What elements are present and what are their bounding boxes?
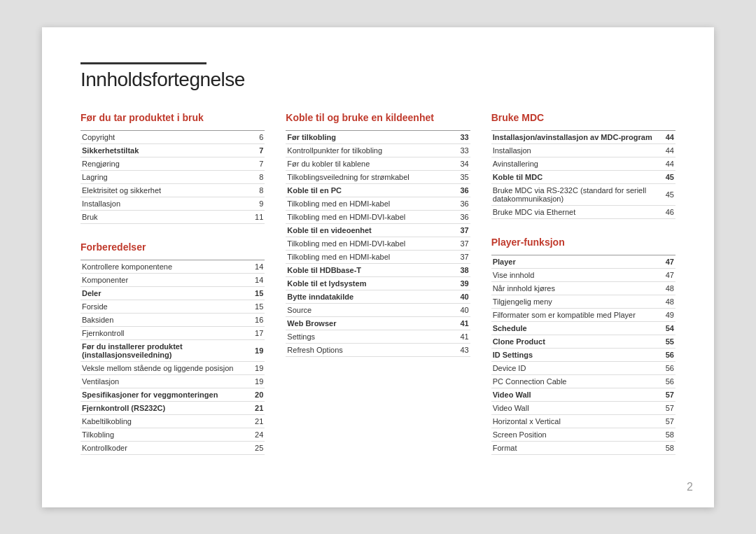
row-page: 40	[455, 303, 470, 316]
row-page: 37	[455, 250, 470, 263]
toc-columns: Før du tar produktet i brukCopyright6Sik…	[80, 112, 676, 472]
row-page: 58	[662, 428, 676, 441]
row-page: 56	[662, 374, 676, 388]
row-label: Settings	[286, 330, 454, 343]
table-row: Lagring8	[80, 170, 265, 183]
row-page: 57	[662, 401, 676, 414]
row-page: 19	[253, 361, 265, 374]
table-row: Kontrollpunkter for tilkobling33	[286, 143, 470, 157]
row-page: 35	[455, 170, 470, 183]
row-label: Installasjon	[80, 197, 242, 210]
row-page: 37	[455, 223, 470, 237]
row-page: 56	[662, 348, 676, 361]
row-label: Screen Position	[491, 428, 662, 441]
row-label: Installasjon	[491, 143, 664, 157]
table-row: ID Settings56	[491, 348, 676, 361]
table-row: Schedule54	[491, 321, 676, 335]
table-row: Installasjon/avinstallasjon av MDC-progr…	[491, 130, 676, 143]
row-label: Forside	[80, 300, 253, 313]
row-page: 47	[662, 255, 676, 268]
row-page: 49	[662, 308, 676, 321]
row-label: Tilkobling med en HDMI-DVI-kabel	[286, 237, 454, 250]
row-page: 8	[242, 170, 265, 183]
table-row: Player47	[491, 255, 676, 268]
table-row: Komponenter14	[80, 273, 265, 286]
table-row: Installasjon44	[491, 143, 676, 157]
row-page: 36	[455, 183, 470, 197]
row-page: 21	[253, 414, 265, 428]
row-page: 40	[455, 290, 470, 303]
row-label: Bytte inndatakilde	[286, 290, 454, 303]
row-page: 44	[664, 130, 676, 143]
row-label: Før tilkobling	[286, 130, 454, 143]
row-page: 19	[253, 374, 265, 388]
row-label: Fjernkontroll (RS232C)	[80, 401, 253, 414]
row-label: Sikkerhetstiltak	[80, 143, 242, 157]
row-label: Format	[491, 441, 662, 454]
row-page: 39	[455, 276, 470, 290]
row-page: 44	[664, 143, 676, 157]
table-row: Copyright6	[80, 130, 265, 143]
table-row: Før tilkobling33	[286, 130, 470, 143]
row-label: Tilgjengelig meny	[491, 295, 662, 308]
row-label: Player	[491, 255, 662, 268]
table-row: Installasjon9	[80, 197, 265, 210]
table-row: Tilkobling med en HDMI-kabel37	[286, 250, 470, 263]
row-page: 36	[455, 210, 470, 223]
table-row: Baksiden16	[80, 313, 265, 326]
page: Innholdsfortegnelse Før du tar produktet…	[42, 27, 714, 507]
row-label: Når innhold kjøres	[491, 281, 662, 295]
row-label: Tilkobling med en HDMI-kabel	[286, 250, 454, 263]
table-row: Kontrollkoder25	[80, 441, 265, 454]
row-label: Koble til MDC	[491, 170, 664, 183]
row-page: 34	[455, 157, 470, 170]
title-bar	[80, 62, 206, 64]
row-page: 20	[253, 388, 265, 401]
section-title: Koble til og bruke en kildeenhet	[286, 112, 470, 123]
column-1: Før du tar produktet i brukCopyright6Sik…	[80, 112, 265, 472]
row-label: Kontrollkoder	[80, 441, 253, 454]
row-page: 14	[253, 260, 265, 273]
row-page: 15	[253, 286, 265, 300]
table-row: Koble til en PC36	[286, 183, 470, 197]
row-page: 48	[662, 295, 676, 308]
row-label: Før du installerer produktet (installasj…	[80, 339, 253, 361]
row-page: 15	[253, 300, 265, 313]
table-row: Elektrisitet og sikkerhet8	[80, 183, 265, 197]
table-row: Spesifikasjoner for veggmonteringen20	[80, 388, 265, 401]
section-title: Player-funksjon	[491, 237, 676, 248]
row-label: Copyright	[80, 130, 242, 143]
toc-table: Installasjon/avinstallasjon av MDC-progr…	[491, 130, 676, 219]
table-row: Koble til en videoenhet37	[286, 223, 470, 237]
row-label: Tilkoblingsveiledning for strømkabel	[286, 170, 454, 183]
row-label: Baksiden	[80, 313, 253, 326]
row-label: Ventilasjon	[80, 374, 253, 388]
row-label: Koble til en videoenhet	[286, 223, 454, 237]
row-page: 17	[253, 326, 265, 339]
page-title: Innholdsfortegnelse	[80, 69, 676, 91]
table-row: Clone Product55	[491, 335, 676, 348]
row-label: Web Browser	[286, 316, 454, 330]
toc-table: Kontrollere komponentene14Komponenter14D…	[80, 260, 265, 455]
row-label: Lagring	[80, 170, 242, 183]
table-row: Koble til HDBbase-T38	[286, 263, 470, 276]
row-page: 24	[253, 428, 265, 441]
table-row: Koble til et lydsystem39	[286, 276, 470, 290]
column-2: Koble til og bruke en kildeenhetFør tilk…	[286, 112, 470, 472]
table-row: Format58	[491, 441, 676, 454]
row-label: Video Wall	[491, 388, 662, 401]
row-label: ID Settings	[491, 348, 662, 361]
page-number: 2	[687, 481, 693, 493]
row-page: 19	[253, 339, 265, 361]
row-label: Installasjon/avinstallasjon av MDC-progr…	[491, 130, 664, 143]
row-label: Rengjøring	[80, 157, 242, 170]
table-row: Fjernkontroll (RS232C)21	[80, 401, 265, 414]
row-page: 37	[455, 237, 470, 250]
toc-table: Copyright6Sikkerhetstiltak7Rengjøring7La…	[80, 130, 265, 224]
row-label: Koble til et lydsystem	[286, 276, 454, 290]
row-label: Kabeltilkobling	[80, 414, 253, 428]
table-row: Bruk11	[80, 210, 265, 223]
row-page: 6	[242, 130, 265, 143]
table-row: Bruke MDC via Ethernet46	[491, 205, 676, 218]
row-label: Horizontal x Vertical	[491, 414, 662, 428]
